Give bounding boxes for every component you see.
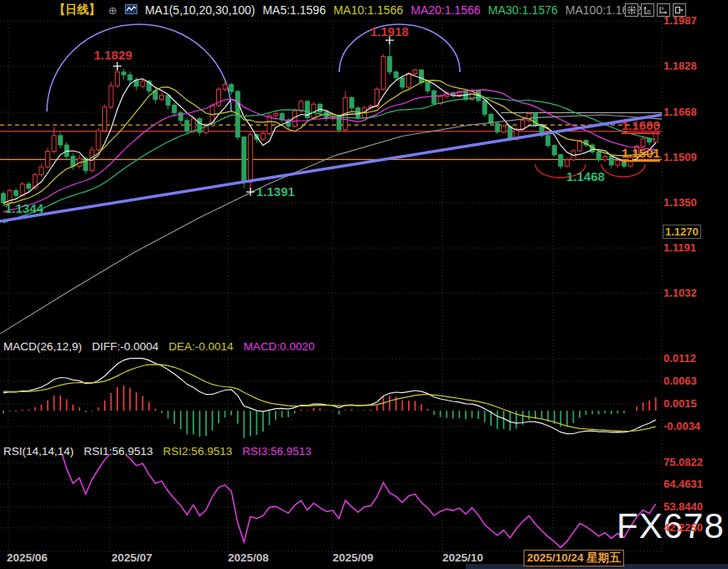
period-label: 【日线】 — [54, 3, 101, 18]
grid-lines — [0, 21, 662, 551]
y-axis-tick-rsi: 42.2250 — [663, 521, 703, 534]
macd-params-label: MACD(26,12,9) — [3, 340, 82, 353]
symbol-title: 欧元美元 — [4, 3, 51, 18]
axis-zoom-vertical-icon[interactable] — [641, 3, 654, 17]
ma-line-5 — [3, 74, 656, 204]
ma-line-10 — [3, 80, 656, 205]
price-annotation: 1.1829 — [94, 48, 132, 62]
main-price-panel[interactable] — [0, 24, 662, 334]
axis-zoom-horizontal-icon[interactable] — [657, 3, 670, 17]
x-axis-month-label: 2025/07 — [111, 551, 152, 564]
price-annotation: 1.1391 — [256, 184, 295, 199]
y-axis-tick-macd: -0.0034 — [663, 420, 700, 432]
ma-settings-label: MA1(5,10,20,30,100) — [145, 3, 256, 17]
y-axis-tick-macd: 0.0015 — [663, 397, 697, 410]
rsi-params-label: RSI(14,14,14) — [3, 445, 74, 458]
price-line-label: 1.1501 — [622, 146, 660, 162]
y-axis-tick-main: 1.1191 — [663, 241, 696, 254]
crosshair-move-icon[interactable] — [625, 3, 638, 17]
price-annotation: 1.1918 — [370, 24, 409, 39]
y-axis-tick-main: 1.1668 — [663, 106, 697, 118]
chart-toolbar — [625, 3, 686, 17]
ma30-value: MA30:1.1576 — [488, 3, 558, 17]
chart-canvas[interactable] — [0, 0, 728, 569]
y-axis-alert-label: 1.1270 — [663, 225, 701, 239]
y-axis-tick-rsi: 75.0822 — [663, 456, 703, 468]
macd-macd-value: MACD:0.0020 — [244, 340, 315, 353]
rsi2-value: RSI2:56.9513 — [163, 445, 233, 458]
rsi1-value: RSI1:56.9513 — [84, 445, 153, 458]
macd-header: MACD(26,12,9) DIFF:-0.0004 DEA:-0.0014 M… — [3, 340, 314, 353]
ma20-value: MA20:1.1566 — [410, 3, 480, 17]
y-axis-tick-main: 1.1509 — [663, 151, 697, 163]
price-annotation: 1.1468 — [566, 169, 605, 184]
y-axis-tick-main: 1.1032 — [663, 287, 697, 299]
chart-header: 欧元美元【日线】 ⊕ MA1(5,10,20,30,100) MA5:1.159… — [4, 3, 642, 18]
collapse-right-panel-icon[interactable] — [673, 3, 686, 17]
price-line-label: 1.1600 — [622, 118, 660, 134]
x-axis-month-label: 2025/06 — [7, 551, 48, 564]
macd-diff-value: DIFF:-0.0004 — [92, 340, 159, 353]
dea-line — [3, 365, 656, 432]
y-axis-tick-main: 1.1350 — [663, 196, 697, 209]
y-axis-tick-macd: 0.0112 — [663, 352, 696, 365]
ma10-value: MA10:1.1566 — [333, 3, 403, 17]
y-axis-tick-main: 1.1828 — [663, 59, 697, 72]
x-axis-current-date-label: 2025/10/24 星期五 — [524, 550, 624, 566]
ma5-value: MA5:1.1596 — [262, 3, 326, 17]
macd-dea-value: DEA:-0.0014 — [168, 340, 233, 353]
x-axis-month-label: 2025/09 — [333, 551, 374, 564]
rsi-header: RSI(14,14,14) RSI1:56.9513 RSI2:56.9513 … — [3, 445, 312, 458]
price-annotation: 1.1344 — [5, 201, 44, 215]
x-axis-month-label: 2025/10 — [442, 551, 483, 564]
rsi3-value: RSI3:56.9513 — [242, 445, 312, 458]
chart-type-icon[interactable] — [125, 3, 137, 17]
add-indicator-icon[interactable]: ⊕ — [108, 4, 117, 17]
diff-line — [3, 359, 656, 434]
macd-panel[interactable] — [3, 359, 656, 438]
blue-dome-annotation — [47, 24, 231, 111]
y-axis-tick-rsi: 53.8440 — [663, 500, 703, 513]
y-axis-tick-macd: 0.0063 — [663, 375, 697, 387]
x-axis-month-label: 2025/08 — [228, 551, 269, 564]
y-axis-tick-rsi: 64.4631 — [663, 478, 703, 490]
candlestick-series — [2, 40, 658, 204]
chart-app-window: 欧元美元【日线】 ⊕ MA1(5,10,20,30,100) MA5:1.159… — [0, 0, 728, 569]
